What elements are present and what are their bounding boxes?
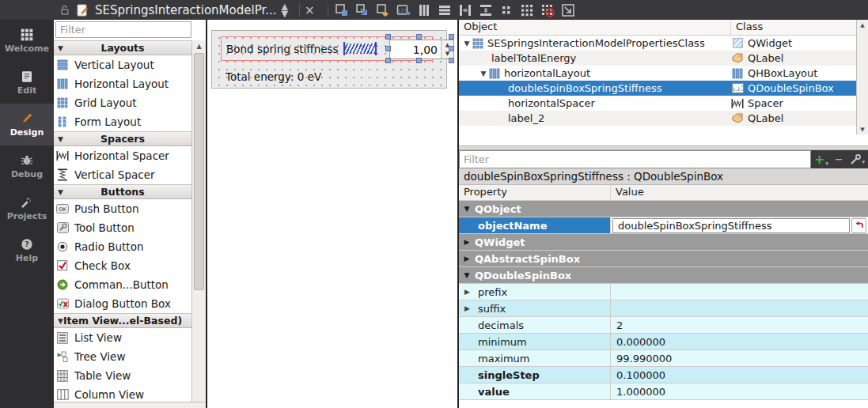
layout-grid-icon[interactable] [498, 2, 515, 18]
value-column-header[interactable]: Value [611, 185, 649, 200]
remove-property-icon[interactable]: − [835, 153, 843, 165]
configure-wrench-icon[interactable]: ▾ [850, 154, 866, 165]
layout-form-icon[interactable] [518, 2, 536, 18]
bond-spring-stiffness-label[interactable]: Bond spring stiffness [226, 43, 339, 55]
open-form-title[interactable]: SESpringsInteractionModelPr... [95, 3, 277, 17]
property-value-cell[interactable]: 1.000000 [611, 383, 868, 399]
inspector-vertical-scrollbar[interactable]: ▲ ▼ [856, 20, 868, 134]
adjust-size-icon[interactable] [559, 2, 577, 18]
layout-vertically-icon[interactable] [436, 2, 453, 18]
property-row-prefix[interactable]: ▶prefix [459, 284, 868, 300]
total-energy-label[interactable]: Total energy: 0 eV [226, 70, 321, 83]
property-row-value[interactable]: value1.000000 [459, 383, 868, 400]
widget-item-table-view[interactable]: Table View [54, 366, 191, 385]
property-value-cell[interactable]: 0.100000 [611, 367, 868, 383]
double-spinbox-widget[interactable]: 1,00 ▲▼ [389, 40, 454, 59]
property-name-cell[interactable]: decimals [459, 317, 611, 333]
property-name-cell[interactable]: minimum [459, 334, 611, 349]
class-column-header[interactable]: Class [731, 20, 768, 35]
widgetbox-filter-input[interactable] [55, 21, 191, 38]
expand-arrow-icon[interactable]: ▼ [459, 205, 475, 213]
widget-item-horizontal-layout[interactable]: Horizontal Layout [54, 74, 191, 93]
property-row-maximum[interactable]: maximum99.990000 [459, 350, 868, 367]
property-row-minimum[interactable]: minimum0.000000 [459, 334, 868, 350]
selection-handle[interactable] [449, 58, 454, 63]
selection-handle[interactable] [385, 58, 391, 63]
widget-item-list-view[interactable]: List View [54, 328, 191, 347]
property-name-cell[interactable]: objectName [459, 217, 611, 233]
property-value-cell[interactable]: 0.000000 [611, 334, 868, 349]
expand-arrow-icon[interactable]: ▶ [459, 255, 475, 263]
scrollbar-thumb[interactable] [194, 53, 204, 290]
property-row-objectname[interactable]: objectNamedoubleSpinBoxSpringStiffness [459, 217, 868, 234]
mode-projects[interactable]: Projects [0, 187, 54, 229]
widget-item-radio-button[interactable]: Radio Button [54, 237, 191, 256]
property-group-qdoublespinbox[interactable]: ▼QDoubleSpinBox [459, 267, 868, 284]
widgetbox-category-layouts[interactable]: ▼Layouts [54, 40, 191, 55]
expand-arrow-icon[interactable]: ▼ [459, 271, 475, 279]
property-row-singlestep[interactable]: singleStep0.100000 [459, 367, 868, 383]
layout-horizontal-splitter-icon[interactable] [457, 2, 474, 18]
selection-handle[interactable] [416, 58, 422, 63]
property-filter-input[interactable] [459, 150, 811, 168]
property-group-qabstractspinbox[interactable]: ▶QAbstractSpinBox [459, 251, 868, 267]
layout-vertical-splitter-icon[interactable] [477, 2, 495, 18]
expand-arrow-icon[interactable]: ▶ [459, 238, 475, 246]
inspector-row-label-2[interactable]: label_2QLabel [459, 111, 868, 126]
close-form-button[interactable]: × [305, 3, 315, 17]
object-column-header[interactable]: Object [459, 20, 731, 35]
expand-arrow-icon[interactable]: ▶ [464, 304, 470, 312]
edit-tab-order-icon[interactable]: 123 [395, 2, 412, 18]
inspector-row-labeltotalenergy[interactable]: labelTotalEnergyQLabel [459, 51, 868, 66]
selection-handle[interactable] [385, 46, 391, 51]
edit-signals-slots-icon[interactable] [354, 2, 371, 18]
property-value-cell[interactable] [611, 300, 868, 316]
selection-handle[interactable] [449, 34, 454, 40]
widget-item-vertical-spacer[interactable]: Vertical Spacer [54, 165, 191, 184]
expand-arrow-icon[interactable]: ▼ [462, 40, 472, 47]
inspector-row-doublespinboxspringstiffness[interactable]: doubleSpinBoxSpringStiffness1.2QDoubleSp… [459, 81, 868, 96]
widgetbox-category-spacers[interactable]: ▼Spacers [54, 131, 191, 146]
property-name-cell[interactable]: maximum [459, 350, 611, 366]
mode-design[interactable]: Design [0, 104, 54, 145]
property-row-decimals[interactable]: decimals2 [459, 317, 868, 334]
mode-welcome[interactable]: Welcome [0, 20, 54, 62]
property-group-qwidget[interactable]: ▶QWidget [459, 234, 868, 251]
edit-widgets-icon[interactable] [333, 2, 351, 18]
widget-item-form-layout[interactable]: Form Layout [54, 112, 191, 131]
property-row-suffix[interactable]: ▶suffix [459, 300, 868, 317]
widget-item-grid-layout[interactable]: Grid Layout [54, 93, 191, 112]
reset-property-button[interactable] [851, 218, 866, 233]
inspector-row-horizontalspacer[interactable]: horizontalSpacerSpacer [459, 96, 868, 111]
widget-item-tool-button[interactable]: Tool Button [54, 218, 191, 237]
expand-arrow-icon[interactable]: ▼ [479, 70, 488, 77]
widget-item-vertical-layout[interactable]: Vertical Layout [54, 55, 191, 74]
mode-debug[interactable]: Debug [0, 145, 54, 187]
break-layout-icon[interactable] [539, 2, 556, 18]
property-value-cell[interactable] [611, 284, 868, 300]
scroll-up-icon[interactable]: ▲ [857, 20, 868, 30]
updown-spinner-icon[interactable]: ▲▼ [282, 3, 288, 17]
property-value-cell[interactable]: doubleSpinBoxSpringStiffness [611, 217, 868, 233]
widget-item-comman-button[interactable]: Comman...Button [54, 275, 191, 294]
edit-buddies-icon[interactable] [374, 2, 392, 18]
property-name-cell[interactable]: singleStep [459, 367, 611, 383]
inspector-row-horizontallayout[interactable]: ▼horizontalLayoutQHBoxLayout [459, 66, 868, 81]
widgetbox-vertical-scrollbar[interactable]: ▲ [191, 40, 206, 402]
selection-handle[interactable] [449, 46, 454, 51]
property-name-cell[interactable]: ▶prefix [459, 284, 611, 300]
widget-item-check-box[interactable]: Check Box [54, 256, 191, 275]
property-value-cell[interactable]: 2 [611, 317, 868, 333]
property-column-header[interactable]: Property [459, 185, 611, 200]
property-name-cell[interactable]: value [459, 383, 611, 399]
inspector-row-sespringsinteractionmodelpropertiesclass[interactable]: ▼SESpringsInteractionModelPropertiesClas… [459, 36, 868, 51]
selection-handle[interactable] [416, 34, 422, 40]
widgetbox-category-buttons[interactable]: ▼Buttons [54, 184, 191, 199]
layout-horizontally-icon[interactable] [415, 2, 433, 18]
widgetbox-horizontal-scrollbar[interactable] [54, 402, 206, 408]
scroll-down-icon[interactable]: ▼ [857, 124, 868, 134]
spinbox-value[interactable]: 1,00 [390, 40, 441, 59]
property-group-qobject[interactable]: ▼QObject [459, 201, 868, 217]
widget-item-tree-view[interactable]: Tree View [54, 347, 191, 366]
selection-handle[interactable] [385, 34, 391, 40]
